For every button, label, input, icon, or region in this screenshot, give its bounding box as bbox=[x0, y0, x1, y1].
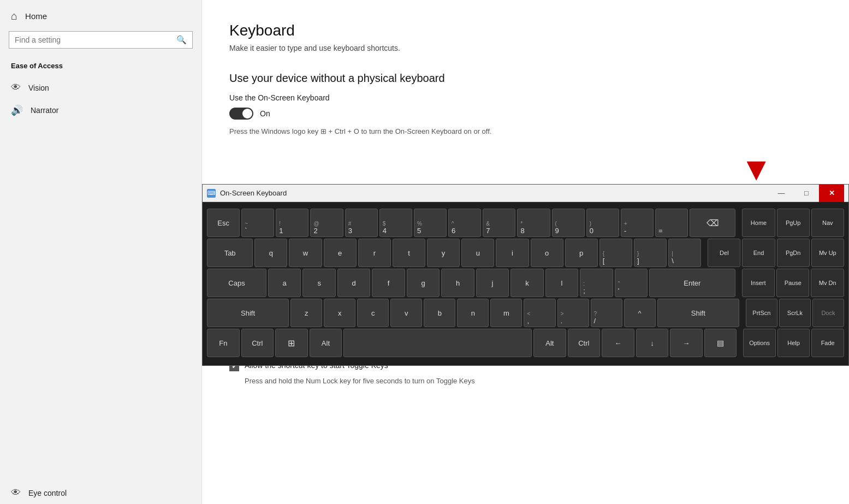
key-3[interactable]: #3 bbox=[345, 209, 378, 237]
key-pgup[interactable]: PgUp bbox=[777, 209, 810, 237]
key-j[interactable]: j bbox=[476, 269, 509, 297]
key-end[interactable]: End bbox=[742, 239, 775, 267]
sidebar-item-narrator[interactable]: 🔊 Narrator bbox=[0, 99, 201, 122]
key-alt-left[interactable]: Alt bbox=[310, 329, 342, 357]
key-o[interactable]: o bbox=[531, 239, 563, 267]
search-input[interactable] bbox=[15, 35, 176, 44]
key-comma[interactable]: <, bbox=[524, 299, 555, 327]
key-x[interactable]: x bbox=[324, 299, 355, 327]
key-quote[interactable]: "' bbox=[615, 269, 648, 297]
key-7[interactable]: &7 bbox=[483, 209, 515, 237]
key-tilde[interactable]: ~` bbox=[241, 209, 274, 237]
key-a[interactable]: a bbox=[268, 269, 301, 297]
key-t[interactable]: t bbox=[393, 239, 425, 267]
key-1[interactable]: !1 bbox=[276, 209, 308, 237]
red-arrow-indicator: ▼ bbox=[740, 153, 773, 186]
key-ctrl-left[interactable]: Ctrl bbox=[241, 329, 274, 357]
key-i[interactable]: i bbox=[496, 239, 529, 267]
key-pause[interactable]: Pause bbox=[776, 269, 809, 297]
key-b[interactable]: b bbox=[424, 299, 455, 327]
key-arrow-left[interactable]: ← bbox=[602, 329, 634, 357]
osk-setting-label: Use the On-Screen Keyboard bbox=[229, 93, 822, 102]
kb-row-2: Tab q w e r t y u i o p {[ }] |\ Del En bbox=[207, 239, 844, 267]
key-5[interactable]: %5 bbox=[414, 209, 447, 237]
key-enter[interactable]: Enter bbox=[649, 269, 735, 297]
key-caret[interactable]: ^ bbox=[624, 299, 656, 327]
search-icon: 🔍 bbox=[176, 35, 187, 45]
key-p[interactable]: p bbox=[565, 239, 598, 267]
key-win[interactable]: ⊞ bbox=[275, 329, 308, 357]
key-g[interactable]: g bbox=[407, 269, 440, 297]
key-d[interactable]: d bbox=[337, 269, 370, 297]
key-mv-dn[interactable]: Mv Dn bbox=[811, 269, 844, 297]
osk-toggle[interactable] bbox=[229, 108, 253, 120]
key-equals[interactable]: = bbox=[655, 209, 688, 237]
key-options[interactable]: Options bbox=[743, 329, 776, 357]
key-pgdn[interactable]: PgDn bbox=[777, 239, 810, 267]
key-slash[interactable]: ?/ bbox=[591, 299, 622, 327]
key-v[interactable]: v bbox=[390, 299, 422, 327]
key-scrlk[interactable]: ScrLk bbox=[779, 299, 811, 327]
key-home[interactable]: Home bbox=[742, 209, 775, 237]
key-semicolon[interactable]: :; bbox=[580, 269, 613, 297]
key-context[interactable]: ▤ bbox=[704, 329, 737, 357]
key-fade[interactable]: Fade bbox=[811, 329, 844, 357]
sidebar-item-vision[interactable]: 👁 Vision bbox=[0, 76, 201, 99]
page-subtitle: Make it easier to type and use keyboard … bbox=[229, 44, 822, 52]
key-ctrl-right[interactable]: Ctrl bbox=[568, 329, 601, 357]
sidebar: ⌂ Home 🔍 Ease of Access 👁 Vision 🔊 Narra… bbox=[0, 0, 202, 504]
key-q[interactable]: q bbox=[254, 239, 287, 267]
key-alt-right[interactable]: Alt bbox=[533, 329, 566, 357]
sidebar-item-eye-control[interactable]: 👁 Eye control bbox=[0, 482, 201, 504]
key-n[interactable]: n bbox=[457, 299, 489, 327]
key-minus[interactable]: +- bbox=[621, 209, 654, 237]
key-l[interactable]: l bbox=[545, 269, 578, 297]
key-m[interactable]: m bbox=[490, 299, 522, 327]
key-bracket-close[interactable]: }] bbox=[634, 239, 667, 267]
key-u[interactable]: u bbox=[461, 239, 494, 267]
key-c[interactable]: c bbox=[357, 299, 389, 327]
key-0[interactable]: )0 bbox=[586, 209, 619, 237]
key-insert[interactable]: Insert bbox=[742, 269, 775, 297]
key-prtscn[interactable]: PrtScn bbox=[746, 299, 777, 327]
key-dock[interactable]: Dock bbox=[812, 299, 844, 327]
key-mv-up[interactable]: Mv Up bbox=[811, 239, 844, 267]
sidebar-home-button[interactable]: ⌂ Home bbox=[0, 0, 201, 31]
key-del[interactable]: Del bbox=[708, 239, 740, 267]
key-4[interactable]: $4 bbox=[379, 209, 412, 237]
key-z[interactable]: z bbox=[290, 299, 322, 327]
key-arrow-down[interactable]: ↓ bbox=[636, 329, 669, 357]
key-e[interactable]: e bbox=[324, 239, 357, 267]
osk-maximize-button[interactable]: □ bbox=[794, 185, 819, 202]
key-f[interactable]: f bbox=[372, 269, 405, 297]
key-backspace[interactable]: ⌫ bbox=[690, 209, 735, 237]
kb-row-1: Esc ~` !1 @2 #3 $4 %5 ^6 &7 *8 (9 )0 +- … bbox=[207, 209, 844, 237]
key-k[interactable]: k bbox=[510, 269, 543, 297]
key-tab[interactable]: Tab bbox=[207, 239, 253, 267]
key-shift-left[interactable]: Shift bbox=[207, 299, 289, 327]
key-9[interactable]: (9 bbox=[552, 209, 585, 237]
sidebar-item-vision-label: Vision bbox=[28, 84, 49, 92]
osk-close-button[interactable]: ✕ bbox=[819, 185, 844, 202]
kb-row-3: Caps a s d f g h j k l :; "' Enter Inser… bbox=[207, 269, 844, 297]
key-backslash[interactable]: |\ bbox=[668, 239, 701, 267]
key-bracket-open[interactable]: {[ bbox=[599, 239, 632, 267]
key-r[interactable]: r bbox=[358, 239, 391, 267]
key-w[interactable]: w bbox=[289, 239, 322, 267]
key-arrow-right[interactable]: → bbox=[670, 329, 703, 357]
key-shift-right[interactable]: Shift bbox=[657, 299, 739, 327]
key-h[interactable]: h bbox=[441, 269, 474, 297]
key-2[interactable]: @2 bbox=[310, 209, 343, 237]
key-8[interactable]: *8 bbox=[517, 209, 550, 237]
key-caps[interactable]: Caps bbox=[207, 269, 266, 297]
key-fn[interactable]: Fn bbox=[207, 329, 240, 357]
key-s[interactable]: s bbox=[302, 269, 335, 297]
key-help[interactable]: Help bbox=[777, 329, 810, 357]
key-6[interactable]: ^6 bbox=[448, 209, 481, 237]
key-y[interactable]: y bbox=[427, 239, 460, 267]
key-period[interactable]: >. bbox=[557, 299, 589, 327]
key-esc[interactable]: Esc bbox=[207, 209, 240, 237]
key-nav[interactable]: Nav bbox=[811, 209, 844, 237]
key-space[interactable] bbox=[343, 329, 532, 357]
toggle-keys-hint: Press and hold the Num Lock key for five… bbox=[245, 376, 507, 387]
